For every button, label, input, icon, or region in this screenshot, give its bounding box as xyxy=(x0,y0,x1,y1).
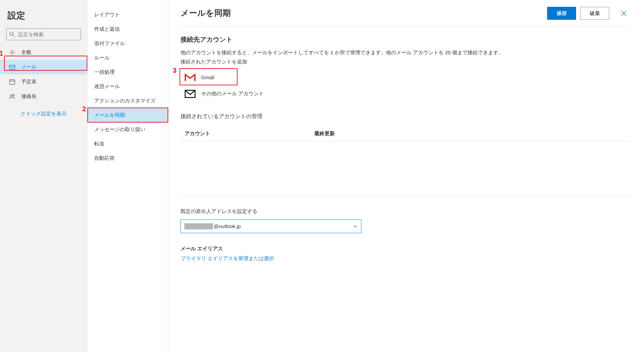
search-icon xyxy=(9,31,15,38)
svg-rect-4 xyxy=(10,80,15,84)
search-box[interactable] xyxy=(6,28,81,40)
default-from-select[interactable]: @outlook.jp xyxy=(181,220,361,233)
calendar-icon xyxy=(9,79,16,85)
annotation-number-3: 3 xyxy=(173,67,176,74)
svg-line-1 xyxy=(13,35,14,37)
col-updated: 最終更新 xyxy=(314,130,335,137)
close-icon xyxy=(621,10,627,16)
nav2-forwarding[interactable]: 転送 xyxy=(87,137,168,151)
nav2-compose[interactable]: 作成と返信 xyxy=(87,22,168,36)
envelope-icon xyxy=(185,88,196,99)
provider-gmail[interactable]: Gmail xyxy=(182,70,630,85)
mail-icon xyxy=(9,64,16,71)
redacted-prefix xyxy=(184,223,213,229)
gear-icon xyxy=(9,49,16,56)
discard-button[interactable]: 破棄 xyxy=(580,7,609,20)
nav2-sync-mail[interactable]: メールを同期 xyxy=(87,108,168,122)
nav2-auto-reply[interactable]: 自動応答 xyxy=(87,151,168,165)
connected-accounts-heading: 接続先アカウント xyxy=(181,35,630,44)
save-button[interactable]: 保存 xyxy=(547,7,576,20)
nav2-junk[interactable]: 迷惑メール xyxy=(87,79,168,94)
provider-label: その他のメール アカウント xyxy=(201,90,264,97)
provider-other[interactable]: その他のメール アカウント xyxy=(182,86,630,101)
chevron-down-icon xyxy=(353,224,358,229)
connected-accounts-desc: 他のアカウントを接続すると、メールをインポートしてすべてを 1 か所で管理できま… xyxy=(181,49,630,57)
close-button[interactable] xyxy=(617,7,630,20)
manage-accounts-heading: 接続されているアカウントの管理 xyxy=(181,113,630,120)
nav1-label: 連絡先 xyxy=(21,93,37,100)
nav2-message-handling[interactable]: メッセージの取り扱い xyxy=(87,122,168,137)
svg-point-2 xyxy=(11,52,13,54)
accounts-table: アカウント 最終更新 xyxy=(181,130,630,197)
nav1-people[interactable]: 連絡先 xyxy=(0,89,87,104)
people-icon xyxy=(9,93,16,100)
nav1-mail[interactable]: メール xyxy=(0,60,87,74)
svg-point-8 xyxy=(10,95,12,97)
quick-settings-link[interactable]: クイック設定を表示 xyxy=(0,104,87,117)
nav1-label: 全般 xyxy=(21,49,31,56)
nav1-calendar[interactable]: 予定表 xyxy=(0,74,87,89)
nav2-sweep[interactable]: 一括処理 xyxy=(87,65,168,79)
default-from-heading: 既定の差出人アドレスを設定する xyxy=(181,208,630,215)
nav1-label: 予定表 xyxy=(21,79,37,85)
provider-label: Gmail xyxy=(201,74,214,80)
divider xyxy=(181,26,630,26)
nav1-label: メール xyxy=(21,64,37,70)
svg-point-9 xyxy=(13,94,14,96)
add-connected-label: 接続されたアカウントを追加 xyxy=(181,59,630,65)
nav2-attachments[interactable]: 添付ファイル xyxy=(87,36,168,51)
settings-title: 設定 xyxy=(0,7,87,28)
nav2-rules[interactable]: ルール xyxy=(87,51,168,65)
nav2-layout[interactable]: レイアウト xyxy=(87,8,168,22)
alias-heading: メール エイリアス xyxy=(181,245,630,252)
svg-rect-3 xyxy=(10,65,15,69)
col-account: アカウント xyxy=(185,130,314,137)
gmail-icon xyxy=(185,72,196,83)
page-title: メールを同期 xyxy=(181,8,547,18)
nav1-general[interactable]: 全般 xyxy=(0,45,87,60)
table-empty-body xyxy=(181,141,630,197)
default-from-value: @outlook.jp xyxy=(214,223,353,229)
manage-alias-link[interactable]: プライマリ エイリアスを管理または選択 xyxy=(181,255,630,262)
search-input[interactable] xyxy=(18,31,78,37)
nav2-customize-actions[interactable]: アクションのカスタマイズ xyxy=(87,94,168,108)
svg-point-0 xyxy=(10,32,13,35)
